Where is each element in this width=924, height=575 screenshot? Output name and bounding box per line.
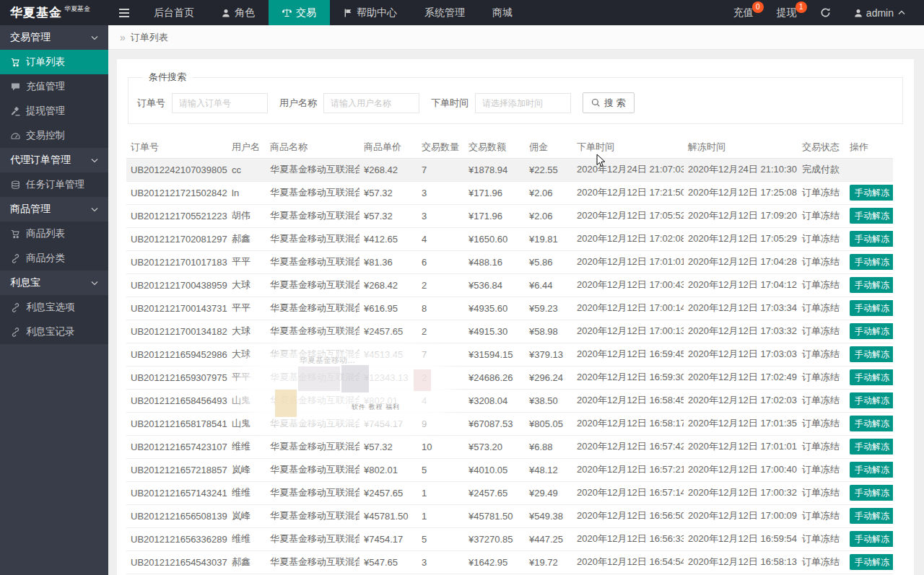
search-form: 订单号 用户名称 下单时间 搜 索 [137, 92, 895, 113]
unfreeze-button[interactable]: 手动解冻 [850, 392, 893, 408]
column-header: 订单号 [126, 136, 227, 158]
unfreeze-button[interactable]: 手动解冻 [850, 416, 893, 431]
product-cell: 华夏基金移动互联混合 [266, 389, 359, 412]
unfreeze-button[interactable]: 手动解冻 [850, 346, 893, 362]
column-header: 交易状态 [798, 136, 845, 158]
product-cell: 华夏基金移动互联混合 [266, 527, 359, 550]
unfreeze-button[interactable]: 手动解冻 [850, 531, 893, 547]
order-id-cell: UB2012121705521223 [126, 204, 227, 227]
sidebar-item-order-list[interactable]: 订单列表 [0, 50, 108, 74]
unfreeze-button[interactable]: 手动解冻 [850, 185, 893, 201]
unfreeze-button[interactable]: 手动解冻 [850, 300, 893, 316]
withdraw-button[interactable]: 提现 1 [765, 0, 808, 25]
status-cell: 订单冻结 [798, 366, 845, 389]
unfreeze-time-cell: 2020年12月12日 16:59:54 [684, 527, 798, 550]
status-cell: 订单冻结 [798, 481, 845, 504]
column-header: 佣金 [525, 136, 572, 158]
nav-item-mall[interactable]: 商城 [479, 0, 526, 25]
product-cell: 华夏基金移动互联混合 [266, 366, 359, 389]
price-cell: ¥2457.65 [359, 481, 417, 504]
user-cell: 维维 [227, 435, 266, 458]
sidebar-group-trade-mgmt[interactable]: 交易管理 [0, 25, 108, 50]
nav-item-trade[interactable]: 交易 [269, 0, 330, 25]
unfreeze-button[interactable]: 手动解冻 [850, 208, 893, 224]
qty-cell: 8 [417, 297, 464, 320]
chevron-up-icon [898, 10, 905, 15]
order-time-input[interactable] [475, 93, 571, 113]
nav-item-help[interactable]: 帮助中心 [330, 0, 411, 25]
unfreeze-button[interactable]: 手动解冻 [850, 554, 893, 570]
user-cell: 大球 [227, 273, 266, 297]
sidebar-item-trade-control[interactable]: 交易控制 [0, 123, 108, 148]
qty-cell: 1 [417, 504, 464, 527]
commission-cell: ¥549.38 [525, 504, 572, 527]
price-cell: ¥268.42 [359, 273, 417, 297]
column-header: 解冻时间 [684, 136, 798, 158]
commission-cell: ¥19.81 [525, 227, 572, 250]
main-content: » 订单列表 条件搜索 订单号 用户名称 下单时间 [108, 25, 924, 575]
sidebar-item-product-list[interactable]: 商品列表 [0, 221, 108, 246]
status-cell: 订单冻结 [798, 458, 845, 481]
username-input[interactable] [323, 93, 419, 113]
unfreeze-time-cell: 2020年12月24日 21:10:30 [684, 158, 798, 181]
order-id-input[interactable] [172, 93, 268, 113]
sidebar-item-lixibao-records[interactable]: 利息宝记录 [0, 320, 108, 344]
product-cell: 华夏基金移动互联混合 [266, 550, 359, 574]
unfreeze-button[interactable]: 手动解冻 [850, 254, 893, 270]
brand-logo[interactable]: 华夏基金 华夏基金 [0, 0, 108, 25]
column-header: 交易数量 [417, 136, 464, 158]
user-cell: 维维 [227, 481, 266, 504]
table-row: UB2012121705521223胡伟华夏基金移动互联混合¥57.323¥17… [126, 204, 893, 227]
price-cell: ¥4513.45 [359, 343, 417, 366]
recharge-button[interactable]: 充值 0 [722, 0, 765, 25]
order-id-label: 订单号 [137, 97, 165, 110]
admin-menu[interactable]: admin [842, 0, 917, 25]
action-cell: 手动解冻 [845, 227, 893, 250]
search-button[interactable]: 搜 索 [583, 92, 635, 113]
product-cell: 华夏基金移动互联混合 [266, 481, 359, 504]
order-time-cell: 2020年12月12日 16:57:21 [572, 458, 684, 481]
unfreeze-button[interactable]: 手动解冻 [850, 277, 893, 293]
link-icon [11, 303, 20, 312]
sidebar-group-product-mgmt[interactable]: 商品管理 [0, 197, 108, 221]
nav-item-role[interactable]: 角色 [208, 0, 269, 25]
user-cell: 山鬼 [227, 412, 266, 435]
sidebar-group-agent-orders[interactable]: 代理订单管理 [0, 148, 108, 172]
table-row: UB2012121658456493山鬼华夏基金移动互联混合¥802.014¥3… [126, 389, 893, 412]
order-id-cell: UB2012121658456493 [126, 389, 227, 412]
table-header: 订单号用户名商品名称商品单价交易数量交易数额佣金下单时间解冻时间交易状态操作 [126, 136, 893, 158]
sidebar-item-task-order-mgmt[interactable]: 任务订单管理 [0, 172, 108, 197]
table-row: UB2012242107039805cc华夏基金移动互联混合¥268.427¥1… [126, 158, 893, 181]
commission-cell: ¥2.06 [525, 181, 572, 204]
nav-item-home[interactable]: 后台首页 [140, 0, 208, 25]
status-cell: 订单冻结 [798, 320, 845, 343]
unfreeze-button[interactable]: 手动解冻 [850, 231, 893, 247]
table-row: UB2012121656508139岚峰华夏基金移动互联混合¥45781.501… [126, 504, 893, 527]
qty-cell: 9 [417, 412, 464, 435]
order-id-cell: UB2012121656336289 [126, 527, 227, 550]
nav-item-system[interactable]: 系统管理 [411, 0, 479, 25]
unfreeze-button[interactable]: 手动解冻 [850, 323, 893, 339]
sidebar-item-product-category[interactable]: 商品分类 [0, 246, 108, 271]
product-cell: 华夏基金移动互联混合 [266, 412, 359, 435]
order-time-cell: 2020年12月12日 16:58:17 [572, 412, 684, 435]
price-cell: ¥547.65 [359, 550, 417, 574]
hamburger-button[interactable] [108, 0, 140, 25]
unfreeze-button[interactable]: 手动解冻 [850, 462, 893, 478]
commission-cell: ¥58.98 [525, 320, 572, 343]
product-cell: 华夏基金移动互联混合 [266, 204, 359, 227]
sidebar-item-lixibao-options[interactable]: 利息宝选项 [0, 295, 108, 320]
refresh-button[interactable] [808, 0, 842, 25]
unfreeze-button[interactable]: 手动解冻 [850, 369, 893, 385]
table-row: UB2012121656336289维维华夏基金移动互联混合¥7454.175¥… [126, 527, 893, 550]
sidebar-item-recharge-mgmt[interactable]: 充值管理 [0, 74, 108, 99]
unfreeze-button[interactable]: 手动解冻 [850, 508, 893, 524]
sidebar-group-lixibao[interactable]: 利息宝 [0, 271, 108, 295]
status-cell: 订单冻结 [798, 504, 845, 527]
qty-cell: 2 [417, 366, 464, 389]
amount-cell: ¥536.84 [464, 273, 525, 297]
amount-cell: ¥3208.04 [464, 389, 525, 412]
unfreeze-button[interactable]: 手动解冻 [850, 485, 893, 501]
unfreeze-button[interactable]: 手动解冻 [850, 439, 893, 455]
sidebar-item-withdraw-mgmt[interactable]: 提现管理 [0, 99, 108, 123]
